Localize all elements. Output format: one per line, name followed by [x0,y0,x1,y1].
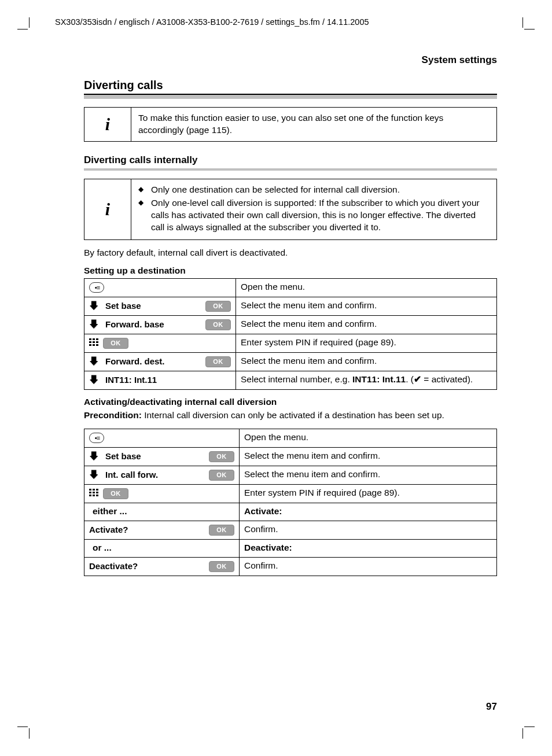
table-row: 🡇 Set base OK Select the menu item and c… [84,297,497,316]
step-desc: Enter system PIN if required (page 89). [240,485,497,503]
step-desc: Select the menu item and confirm. [236,316,497,334]
step-desc: Confirm. [240,558,497,576]
menu-item-label: Set base [103,300,202,312]
table-row: 🡇 INT11: Int.11 Select internal number, … [84,371,497,390]
step-desc: Select the menu item and confirm. [240,448,497,466]
step-desc: Select the menu item and confirm. [236,353,497,371]
table-row: Deactivate? OK Confirm. [84,558,497,576]
either-label: either ... [84,503,240,521]
ok-key-icon: OK [209,451,234,462]
info-icon: i [84,179,131,239]
table-row: 🡇 Forward. base OK Select the menu item … [84,316,497,334]
down-arrow-icon: 🡇 [89,375,100,385]
prompt-label: Deactivate? [89,560,205,572]
table-row: either ... Activate: [84,503,497,521]
menu-item-label: INT11: Int.11 [103,374,231,386]
step-desc: Open the menu. [240,429,497,448]
ok-key-icon: OK [209,561,234,572]
page-number: 97 [486,701,497,713]
table-row: Open the menu. [84,429,497,448]
ok-key-icon: OK [209,525,234,536]
menu-icon [89,282,104,293]
info-icon: i [84,108,131,141]
menu-item-label: Int. call forw. [103,469,205,481]
doc-path: SX303/353isdn / englisch / A31008-X353-B… [55,17,497,27]
step-desc: Select the menu item and confirm. [236,297,497,316]
table-row: Open the menu. [84,279,497,297]
table-row: Activate? OK Confirm. [84,521,497,540]
info-box-1: i To make this function easier to use, y… [84,107,497,142]
down-arrow-icon: 🡇 [89,301,100,311]
step-desc: Select the menu item and confirm. [240,466,497,485]
table-row: OK Enter system PIN if required (page 89… [84,334,497,353]
table-row: OK Enter system PIN if required (page 89… [84,485,497,503]
ok-key-icon: OK [103,338,128,349]
down-arrow-icon: 🡇 [89,451,100,462]
table-row: 🡇 Forward. dest. OK Select the menu item… [84,353,497,371]
subsection-rule [84,168,497,171]
heading-destination: Setting up a destination [84,265,497,276]
info-box-2: i Only one destination can be selected f… [84,179,497,240]
section-title: Diverting calls [84,79,497,92]
step-desc: Select internal number, e.g. INT11: Int.… [236,371,497,390]
keypad-icon [89,338,100,348]
body-text: By factory default, internal call divert… [84,247,497,259]
check-icon: ✔ [414,374,421,384]
section-rule [84,94,497,99]
steps-table-2: Open the menu. 🡇 Set base OK Select the … [84,429,497,576]
steps-table-1: Open the menu. 🡇 Set base OK Select the … [84,278,497,390]
menu-icon [89,433,104,443]
table-row: or ... Deactivate: [84,540,497,558]
ok-key-icon: OK [205,319,231,330]
keypad-icon [89,489,100,498]
heading-activate: Activating/deactivating internal call di… [84,397,497,407]
step-desc: Enter system PIN if required (page 89). [236,334,497,353]
ok-key-icon: OK [205,301,231,312]
running-head: System settings [55,54,497,66]
down-arrow-icon: 🡇 [89,319,100,330]
precondition: Precondition: Internal call diversion ca… [84,410,497,422]
ok-key-icon: OK [209,470,234,481]
info-bullets: Only one destination can be selected for… [138,184,490,234]
step-desc: Confirm. [240,521,497,540]
bullet-2: Only one-level call diversion is support… [138,197,490,234]
prompt-label: Activate? [89,524,205,536]
or-label: or ... [84,540,240,558]
subsection-title: Diverting calls internally [84,154,497,166]
step-desc: Open the menu. [236,279,497,297]
activate-header: Activate: [240,503,497,521]
info-text-1: To make this function easier to use, you… [131,108,496,141]
menu-item-label: Forward. base [103,319,202,330]
menu-item-label: Forward. dest. [103,356,202,367]
table-row: 🡇 Set base OK Select the menu item and c… [84,448,497,466]
down-arrow-icon: 🡇 [89,470,100,480]
menu-item-label: Set base [103,451,205,462]
down-arrow-icon: 🡇 [89,356,100,367]
ok-key-icon: OK [205,356,231,367]
bullet-1: Only one destination can be selected for… [138,184,490,196]
ok-key-icon: OK [103,488,128,499]
table-row: 🡇 Int. call forw. OK Select the menu ite… [84,466,497,485]
deactivate-header: Deactivate: [240,540,497,558]
